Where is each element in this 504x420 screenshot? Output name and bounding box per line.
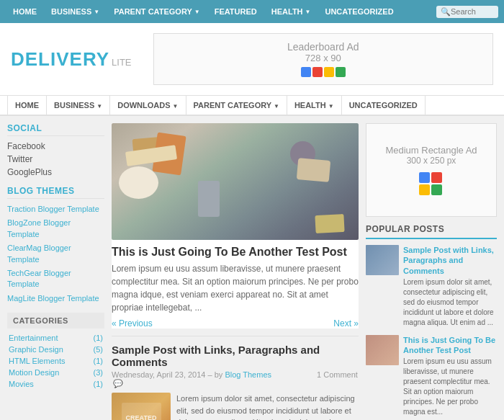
post-author[interactable]: Blog Themes xyxy=(225,370,271,379)
secnav-home[interactable]: HOME xyxy=(7,96,47,115)
sample-post: Sample Post with Links, Paragraphs and C… xyxy=(112,336,359,420)
logo-sub: LITE xyxy=(112,57,131,68)
social-section: SOCIAL Facebook Twitter GooglePlus xyxy=(7,123,104,179)
topnav-health[interactable]: HEALTH ▼ xyxy=(264,0,318,23)
pp1-text: Sample Post with Links, Paragraphs and C… xyxy=(403,245,497,328)
leaderboard-ad: Leaderboard Ad 728 x 90 xyxy=(153,33,493,85)
post-meta: Wednesday, April 23, 2014 – by Blog Them… xyxy=(112,370,359,388)
secondary-nav: HOME BUSINESS ▼ DOWNLOADS ▼ PARENT CATEG… xyxy=(0,96,504,116)
theme-traction[interactable]: Traction Blogger Template xyxy=(7,202,104,216)
cat-html-elements[interactable]: HTML Elements (1) xyxy=(7,355,104,367)
secnav-downloads[interactable]: DOWNLOADS ▼ xyxy=(110,96,186,115)
theme-techgear[interactable]: TechGear Blogger Template xyxy=(7,267,104,292)
cat-entertainment[interactable]: Entertainment (1) xyxy=(7,332,104,344)
social-twitter[interactable]: Twitter xyxy=(7,153,104,166)
secnav-health[interactable]: HEALTH ▼ xyxy=(287,96,342,115)
pp1-thumb xyxy=(366,245,399,275)
ad-logo xyxy=(300,66,346,78)
search-input[interactable] xyxy=(451,7,494,16)
medium-ad-logo xyxy=(418,171,444,196)
sample-post-title[interactable]: Sample Post with Links, Paragraphs and C… xyxy=(112,344,359,368)
sample-post-body: CREATEDMESS Lorem ipsum dolor sit amet, … xyxy=(112,393,359,420)
topnav-uncategorized[interactable]: UNCATEGORIZED xyxy=(318,0,400,23)
pp2-thumb xyxy=(366,335,399,365)
sample-post-thumb: CREATEDMESS xyxy=(112,393,171,420)
medium-ad-line2: 300 x 250 px xyxy=(407,156,456,166)
popular-posts-section: POPULAR POSTS Sample Post with Links, Pa… xyxy=(366,224,497,420)
prev-post-link[interactable]: « Previous xyxy=(112,318,153,329)
topnav-home[interactable]: HOME xyxy=(6,0,44,23)
main-area: SOCIAL Facebook Twitter GooglePlus BLOG … xyxy=(0,116,504,420)
sample-post-text: Lorem ipsum dolor sit amet, consectetur … xyxy=(176,393,359,420)
post-date: Wednesday, April 23, 2014 xyxy=(112,370,205,379)
pp2-body: Lorem ipsum eu usu assum liberavisse, ut… xyxy=(403,357,497,417)
blog-themes-title: BLOG THEMES xyxy=(7,186,104,199)
social-title: SOCIAL xyxy=(7,123,104,136)
pp1-title[interactable]: Sample Post with Links, Paragraphs and C… xyxy=(403,245,497,276)
cat-movies[interactable]: Movies (1) xyxy=(7,378,104,390)
blog-themes-section: BLOG THEMES Traction Blogger Template Bl… xyxy=(7,186,104,305)
post-comments[interactable]: 1 Comment xyxy=(317,370,358,379)
cat-graphic-design[interactable]: Graphic Design (5) xyxy=(7,344,104,355)
categories-section: CATEGORIES Entertainment (1) Graphic Des… xyxy=(7,313,104,390)
main-content: This is Just Going To Be Another Test Po… xyxy=(112,123,359,420)
cat-motion-design[interactable]: Motion Design (3) xyxy=(7,367,104,378)
topnav-parent-category[interactable]: PARENT CATEGORY ▼ xyxy=(107,0,207,23)
post-navigation: « Previous Next » xyxy=(112,318,359,329)
ad-label-line1: Leaderboard Ad xyxy=(287,41,359,53)
theme-clearmag[interactable]: ClearMag Blogger Template xyxy=(7,241,104,267)
search-icon: 🔍 xyxy=(441,7,451,17)
pp2-text: This is Just Going To Be Another Test Po… xyxy=(403,335,497,418)
featured-post-image xyxy=(112,123,359,240)
secnav-business[interactable]: BUSINESS ▼ xyxy=(47,96,110,115)
featured-post-body: Lorem ipsum eu usu assum liberavisse, ut… xyxy=(112,262,359,314)
theme-maglite[interactable]: MagLite Blogger Template xyxy=(7,292,104,305)
popular-posts-title: POPULAR POSTS xyxy=(366,224,497,239)
top-nav: HOME BUSINESS ▼ PARENT CATEGORY ▼ FEATUR… xyxy=(0,0,504,23)
secnav-parent-category[interactable]: PARENT CATEGORY ▼ xyxy=(186,96,287,115)
social-googleplus[interactable]: GooglePlus xyxy=(7,166,104,179)
next-post-link[interactable]: Next » xyxy=(333,318,359,329)
popular-post-2: This is Just Going To Be Another Test Po… xyxy=(366,335,497,418)
topnav-featured[interactable]: FEATURED xyxy=(207,0,264,23)
topnav-business[interactable]: BUSINESS ▼ xyxy=(44,0,107,23)
pp1-body: Lorem ipsum dolor sit amet, consectetur … xyxy=(403,277,497,328)
social-facebook[interactable]: Facebook xyxy=(7,140,104,153)
ad-label-line2: 728 x 90 xyxy=(305,53,341,63)
featured-post: This is Just Going To Be Another Test Po… xyxy=(112,123,359,329)
categories-title: CATEGORIES xyxy=(7,313,104,329)
left-sidebar: SOCIAL Facebook Twitter GooglePlus BLOG … xyxy=(7,123,104,420)
featured-post-title[interactable]: This is Just Going To Be Another Test Po… xyxy=(112,246,359,259)
medium-rect-ad: Medium Rectangle Ad 300 x 250 px xyxy=(366,123,497,217)
theme-blogzone[interactable]: BlogZone Blogger Template xyxy=(7,216,104,241)
popular-post-1: Sample Post with Links, Paragraphs and C… xyxy=(366,245,497,328)
right-sidebar: Medium Rectangle Ad 300 x 250 px POPULAR… xyxy=(366,123,497,420)
site-header: DELIVERY LITE Leaderboard Ad 728 x 90 xyxy=(0,23,504,96)
site-logo[interactable]: DELIVERY LITE xyxy=(11,48,132,71)
logo-main: DELIVERY xyxy=(11,48,109,71)
medium-ad-line1: Medium Rectangle Ad xyxy=(385,145,477,156)
pp2-title[interactable]: This is Just Going To Be Another Test Po… xyxy=(403,335,497,356)
secnav-uncategorized[interactable]: UNCATEGORIZED xyxy=(342,96,426,115)
